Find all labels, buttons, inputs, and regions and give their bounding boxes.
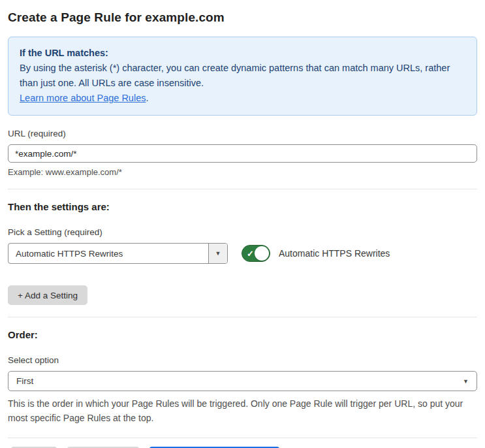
url-example-helper: Example: www.example.com/* [8, 167, 477, 177]
select-option-label: Select option [8, 355, 477, 365]
setting-dropdown-value: Automatic HTTPS Rewrites [8, 244, 208, 263]
info-box-link-line: Learn more about Page Rules. [20, 91, 465, 106]
url-input[interactable] [8, 144, 477, 163]
learn-more-link[interactable]: Learn more about Page Rules [20, 93, 146, 103]
add-setting-button[interactable]: + Add a Setting [8, 285, 87, 305]
setting-dropdown[interactable]: Automatic HTTPS Rewrites ▼ [8, 243, 228, 264]
order-select[interactable]: First ▼ [8, 371, 477, 391]
https-rewrites-toggle[interactable]: ✓ [242, 245, 270, 262]
setting-row: Automatic HTTPS Rewrites ▼ ✓ Automatic H… [8, 243, 477, 264]
page-title: Create a Page Rule for example.com [8, 10, 477, 25]
order-section-heading: Order: [8, 329, 477, 340]
setting-dropdown-arrow-seg[interactable]: ▼ [208, 244, 227, 263]
order-helper-text: This is the order in which your Page Rul… [8, 396, 465, 425]
url-matches-info-box: If the URL matches: By using the asteris… [8, 37, 477, 116]
order-select-value: First [16, 376, 33, 386]
divider [8, 189, 477, 189]
pick-setting-label: Pick a Setting (required) [8, 227, 477, 237]
settings-section-heading: Then the settings are: [8, 201, 477, 212]
info-box-body: By using the asterisk (*) character, you… [20, 61, 465, 91]
divider [8, 317, 477, 317]
check-icon: ✓ [247, 249, 254, 258]
footer-actions: Cancel Save as Draft Save and Deploy Pag… [8, 438, 477, 448]
toggle-label: Automatic HTTPS Rewrites [279, 248, 390, 259]
create-page-rule-form: Create a Page Rule for example.com If th… [0, 0, 485, 448]
url-field-label: URL (required) [8, 129, 477, 138]
caret-down-icon: ▼ [215, 250, 221, 257]
toggle-wrap: ✓ Automatic HTTPS Rewrites [242, 245, 390, 262]
info-box-heading: If the URL matches: [20, 46, 465, 61]
caret-down-icon: ▼ [463, 378, 469, 385]
toggle-knob [255, 246, 269, 261]
link-suffix: . [146, 93, 148, 103]
